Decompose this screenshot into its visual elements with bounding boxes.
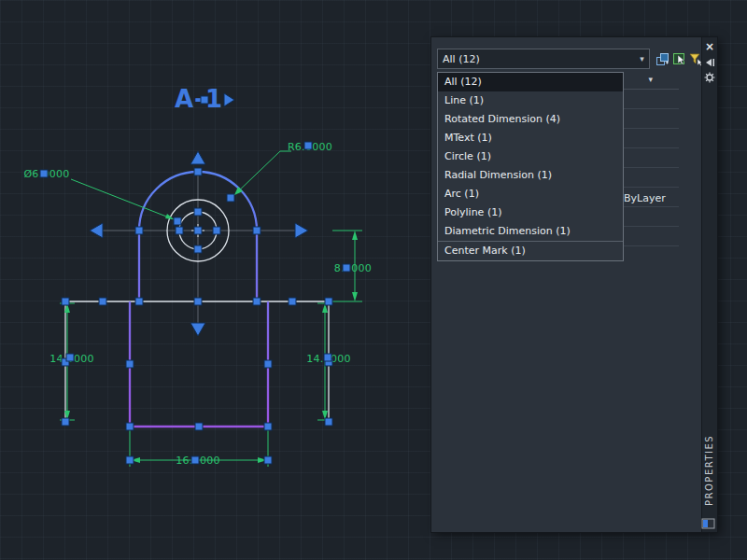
dropdown-item-all[interactable]: All (12)	[438, 73, 623, 91]
palette-title: PROPERTIES	[704, 435, 714, 506]
properties-palette: All (12) ▾	[431, 37, 717, 532]
close-icon[interactable]: ×	[702, 40, 717, 53]
toggle-pickadd-button[interactable]	[655, 51, 669, 66]
dropdown-item-mtext[interactable]: MText (1)	[438, 129, 623, 147]
gear-icon[interactable]	[704, 72, 715, 83]
dimension-lines	[60, 151, 362, 467]
dimension-label-left-side[interactable]: 14.0000	[49, 353, 94, 365]
property-value-bylayer[interactable]: ByLayer	[624, 189, 666, 208]
object-type-combobox[interactable]: All (12) ▾	[437, 49, 650, 69]
dropdown-item-radial-dimension[interactable]: Radial Dimension (1)	[438, 166, 623, 185]
dropdown-item-diametric-dimension[interactable]: Diametric Dimension (1)	[438, 222, 623, 241]
dropdown-item-circle[interactable]: Circle (1)	[438, 147, 623, 166]
object-type-row: All (12) ▾	[437, 49, 703, 69]
white-geometry-lines[interactable]	[65, 200, 329, 422]
autohide-icon[interactable]	[704, 58, 715, 67]
select-objects-button[interactable]	[671, 51, 686, 66]
dimension-label-right-side[interactable]: 14.0000	[306, 353, 351, 365]
dropdown-item-center-mark[interactable]: Center Mark (1)	[438, 241, 623, 260]
select-objects-icon	[672, 52, 686, 66]
dimension-label-arch-height[interactable]: 8.0000	[334, 262, 372, 274]
dimension-label-radius[interactable]: R6.0000	[288, 141, 332, 153]
dropdown-item-line[interactable]: Line (1)	[438, 91, 623, 110]
palette-titlebar: × PROPERTIES	[701, 37, 717, 532]
mtext-title[interactable]: A-1	[175, 85, 223, 113]
category-chevron-icon[interactable]: ▾	[648, 75, 653, 84]
dropdown-item-polyline[interactable]: Polyline (1)	[438, 203, 623, 222]
object-type-value: All (12)	[438, 53, 635, 65]
dropdown-item-rotated-dimension[interactable]: Rotated Dimension (4)	[438, 110, 623, 129]
palette-status-icon[interactable]	[701, 517, 717, 530]
dimension-arrowheads	[64, 187, 358, 463]
center-lines	[97, 170, 301, 327]
toggle-pickadd-icon	[655, 52, 669, 66]
dimension-label-bottom-width[interactable]: 16.0000	[176, 455, 220, 467]
chevron-down-icon[interactable]: ▾	[635, 54, 649, 63]
dimension-label-diameter[interactable]: Ø6.0000	[23, 168, 69, 180]
palette-toolbar	[655, 51, 703, 66]
palette-content: All (12) ▾	[431, 37, 701, 532]
object-type-dropdown-list: All (12) Line (1) Rotated Dimension (4) …	[437, 72, 624, 261]
dropdown-item-arc[interactable]: Arc (1)	[438, 185, 623, 203]
